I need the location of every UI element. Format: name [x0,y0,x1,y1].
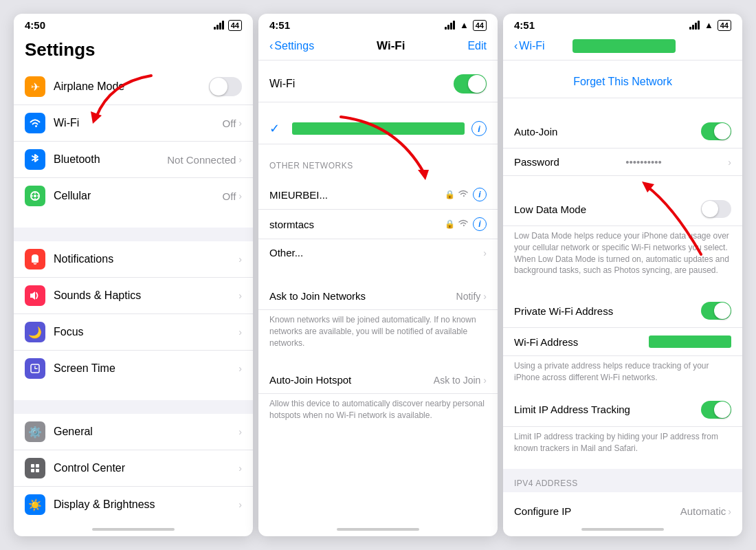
back-button-3[interactable]: ‹ Wi-Fi [514,40,545,52]
wifi-toggle-section: Wi-Fi [258,66,498,102]
limit-ip-toggle[interactable] [701,401,731,419]
wifi-addr-row: Wi-Fi Address [503,328,742,356]
bluetooth-value: Not Connected [167,154,236,166]
settings-group-notifications: Notifications › Sounds & Haptics › 🌙 [14,241,253,386]
forget-button[interactable]: Forget This Network [503,66,742,98]
focus-chevron: › [238,327,242,338]
settings-group-connectivity: ✈ Airplane Mode Wi-Fi Of [14,69,253,214]
wifi-content: Wi-Fi ✓ i [258,60,498,522]
control-item[interactable]: Control Center › [14,450,253,487]
network-detail-content: Forget This Network Auto-Join Password •… [503,60,742,522]
time-2: 4:51 [269,19,290,31]
cellular-chevron: › [238,190,242,201]
wifi-nav-header: ‹ Settings Wi-Fi Edit [258,34,498,60]
bluetooth-chevron: › [238,154,242,165]
auto-join-row[interactable]: Auto-Join Hotspot Ask to Join › [258,366,498,394]
network-name-bar [292,122,465,135]
status-bar-1: 4:50 44 [14,14,253,34]
notifications-icon [25,249,45,270]
wifi-signal-1 [458,189,469,200]
network-stormtacs[interactable]: stormtacs 🔒 i [258,210,498,239]
wifi-chevron: › [238,118,242,129]
ask-join-row[interactable]: Ask to Join Networks Notify › [258,283,498,310]
focus-label: Focus [54,326,238,338]
checkmark-icon: ✓ [269,121,280,136]
screentime-item[interactable]: Screen Time › [14,351,253,386]
cellular-label: Cellular [54,190,223,202]
general-label: General [54,426,238,438]
ipv4-config-section: Configure IP Automatic › IP Address [503,498,742,522]
airplane-mode-item[interactable]: ✈ Airplane Mode [14,69,253,105]
sounds-label: Sounds & Haptics [54,289,238,302]
sounds-item[interactable]: Sounds & Haptics › [14,278,253,314]
info-icon-1[interactable]: i [473,188,487,201]
svg-rect-4 [31,464,34,468]
private-addr-row[interactable]: Private Wi-Fi Address [503,294,742,328]
airplane-label: Airplane Mode [54,80,209,93]
info-icon[interactable]: i [471,121,487,136]
auto-join-detail-toggle[interactable] [701,122,731,140]
limit-ip-label: Limit IP Address Tracking [514,404,630,415]
low-data-toggle[interactable] [701,200,731,218]
back-button-2[interactable]: ‹ Settings [269,40,314,52]
wifi-toggle-row: Wi-Fi [258,66,498,102]
other-network-item[interactable]: Other... › [258,239,498,266]
privacy-section: Private Wi-Fi Address Wi-Fi Address Usin… [503,294,742,463]
airplane-toggle[interactable] [209,77,242,96]
ask-join-value: Notify [456,291,481,302]
bluetooth-item[interactable]: Bluetooth Not Connected › [14,142,253,178]
control-chevron: › [238,463,242,474]
bluetooth-label: Bluetooth [54,153,167,166]
focus-item[interactable]: 🌙 Focus › [14,314,253,351]
wifi-item[interactable]: Wi-Fi Off › [14,105,253,142]
control-label: Control Center [54,462,238,474]
general-chevron: › [238,426,242,437]
private-addr-toggle[interactable] [701,302,731,320]
airplane-icon: ✈ [25,76,45,97]
notifications-item[interactable]: Notifications › [14,241,253,278]
home-indicator-2 [258,522,498,536]
notifications-label: Notifications [54,253,238,265]
general-icon: ⚙️ [25,421,45,442]
status-icons-3: ▲ 44 [689,20,731,31]
svg-rect-5 [36,464,39,468]
auto-join-detail[interactable]: Auto-Join [503,115,742,148]
sounds-icon [25,285,45,306]
general-item[interactable]: ⚙️ General › [14,414,253,450]
back-chevron-2: ‹ [269,40,273,52]
battery-icon: 44 [228,20,242,31]
battery-icon-3: 44 [718,20,731,31]
auto-join-value: Ask to Join [434,375,480,386]
back-label-3: Wi-Fi [519,40,544,52]
limit-ip-desc: Limit IP address tracking by hiding your… [503,427,742,464]
connected-network-section: ✓ i [258,113,498,144]
back-label-2: Settings [274,40,314,52]
password-detail[interactable]: Password •••••••••• › [503,148,742,176]
display-chevron: › [238,499,242,510]
display-label: Display & Brightness [54,498,238,511]
cellular-icon [25,186,45,206]
svg-marker-12 [642,182,654,192]
wifi-value: Off [223,118,236,129]
cellular-item[interactable]: Cellular Off › [14,178,253,214]
ipv4-section: IPV4 ADDRESS Configure IP Automatic › IP… [503,469,742,522]
auto-join-desc: Allow this device to automatically disco… [258,394,498,431]
connected-network-row[interactable]: ✓ i [258,113,498,144]
forget-section: Forget This Network [503,66,742,98]
network-mieurbei[interactable]: MIEURBEI... 🔒 i [258,180,498,210]
display-item[interactable]: ☀️ Display & Brightness › [14,487,253,522]
other-networks-section: MIEURBEI... 🔒 i stormtacs 🔒 [258,180,498,266]
edit-button[interactable]: Edit [467,40,487,52]
wifi-addr-bar [649,336,731,348]
configure-ip-row[interactable]: Configure IP Automatic › [503,498,742,522]
low-data-desc: Low Data Mode helps reduce your iPhone d… [503,226,742,286]
limit-ip-row[interactable]: Limit IP Address Tracking [503,393,742,427]
wifi-toggle[interactable] [454,74,487,94]
low-data-row[interactable]: Low Data Mode [503,192,742,226]
info-icon-2[interactable]: i [473,217,487,231]
settings-scroll: ✈ Airplane Mode Wi-Fi Of [14,69,253,522]
configure-chevron: › [728,506,731,517]
ipv4-header: IPV4 ADDRESS [503,469,742,492]
ask-join-chevron: › [483,291,487,302]
divider-2 [498,14,503,536]
